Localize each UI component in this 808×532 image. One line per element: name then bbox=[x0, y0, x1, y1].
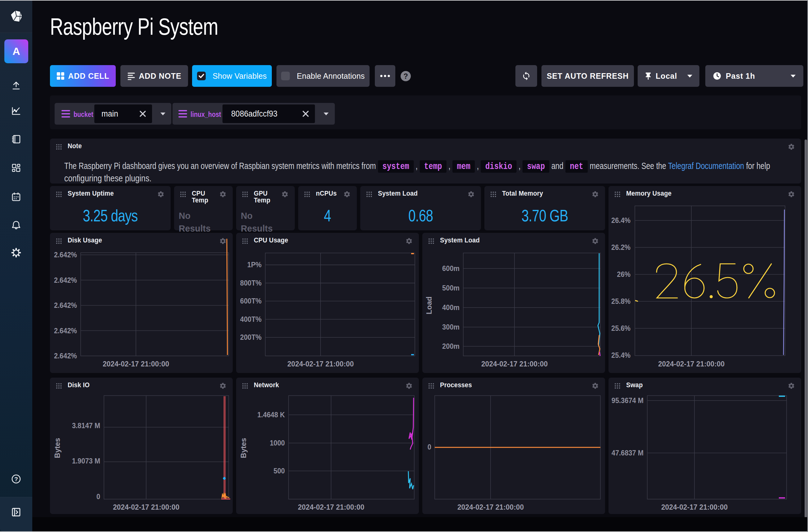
svg-text:?: ? bbox=[14, 476, 18, 482]
